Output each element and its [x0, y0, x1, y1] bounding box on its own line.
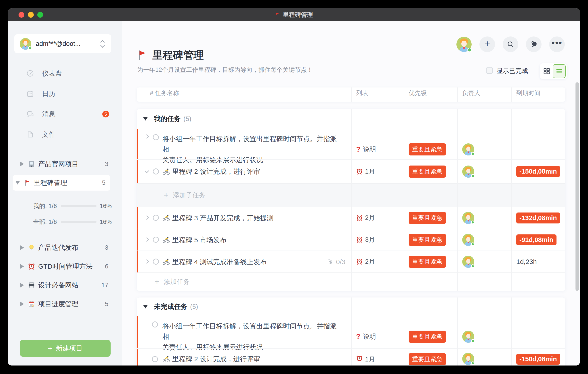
priority-badge[interactable]: 重要且紧急: [409, 330, 446, 343]
assignee-avatar[interactable]: [462, 165, 474, 178]
cyclist-emoji-icon: [162, 355, 170, 363]
chat-button[interactable]: [526, 36, 542, 52]
list-name: 3月: [365, 235, 375, 244]
member-avatar[interactable]: [456, 37, 472, 52]
group-header[interactable]: 未完成任务 (5): [137, 297, 565, 316]
more-button[interactable]: •••: [549, 36, 565, 52]
close-button[interactable]: [19, 12, 24, 18]
table-header: # 任务名称 列表 优先级 负责人 到期时间: [137, 88, 565, 102]
zoom-button[interactable]: [37, 12, 43, 18]
chevron-right-icon[interactable]: [145, 134, 149, 139]
chevron-down-icon[interactable]: [145, 169, 149, 173]
priority-badge[interactable]: 重要且紧急: [409, 212, 446, 224]
project-count: 5: [105, 300, 108, 308]
task-title: 里程碑 2 设计完成，进行评审: [172, 354, 260, 364]
task-checkbox[interactable]: [153, 259, 159, 265]
show-completed-label[interactable]: 显示已完成: [497, 67, 528, 75]
plus-icon: +: [155, 277, 159, 286]
priority-badge[interactable]: 重要且紧急: [409, 165, 446, 178]
sidebar: adm***@doot... 仪表盘: [8, 21, 122, 365]
task-checkbox[interactable]: [153, 168, 159, 175]
sidebar-item-dashboard[interactable]: 仪表盘: [26, 68, 116, 79]
task-checkbox[interactable]: [153, 215, 159, 221]
alarm-emoji-icon: [356, 355, 363, 362]
expand-down-icon[interactable]: [15, 181, 20, 185]
calendar-page-emoji-icon: [28, 300, 35, 308]
group-count: (5): [183, 115, 191, 122]
task-row[interactable]: 里程碑 3 产品开发完成，开始提测 2月 重要且紧急 -132d,08min: [137, 207, 565, 229]
task-row[interactable]: 里程碑 5 市场发布 3月 重要且紧急 -91d,08min: [137, 229, 565, 251]
assignee-avatar[interactable]: [462, 353, 474, 365]
alarm-emoji-icon: [28, 263, 35, 270]
board-view-button[interactable]: [541, 64, 553, 78]
task-title: 里程碑 3 产品开发完成，开始提测: [172, 213, 273, 223]
sidebar-project-gtd[interactable]: GTD时间管理方法 6: [20, 261, 111, 272]
priority-badge[interactable]: 重要且紧急: [409, 143, 446, 155]
minimize-button[interactable]: [28, 12, 34, 18]
task-row[interactable]: 里程碑 2 设计完成，进行评审 1月 重要且紧急 -150d,08min: [137, 159, 565, 183]
expand-right-icon[interactable]: [20, 283, 24, 287]
progress-label: 我的: 1/6: [33, 202, 59, 210]
add-task-row[interactable]: + 添加任务: [137, 273, 565, 291]
column-header-list[interactable]: 列表: [351, 89, 404, 97]
assignee-avatar[interactable]: [462, 143, 474, 155]
list-name: 2月: [365, 257, 375, 266]
alarm-emoji-icon: [356, 215, 363, 221]
user-avatar: [20, 38, 31, 50]
column-header-priority[interactable]: 优先级: [404, 89, 457, 97]
vertical-scrollbar[interactable]: [576, 82, 579, 291]
priority-badge[interactable]: 重要且紧急: [409, 256, 446, 268]
chevron-right-icon[interactable]: [145, 259, 149, 264]
due-time-badge: -91d,08min: [516, 234, 556, 245]
sidebar-project-progress-mgmt[interactable]: 项目进度管理 5: [20, 299, 111, 309]
priority-badge[interactable]: 重要且紧急: [409, 353, 446, 365]
assignee-avatar[interactable]: [462, 256, 474, 268]
expand-right-icon[interactable]: [20, 162, 24, 166]
sidebar-project-official-site[interactable]: 产品官网项目 3: [20, 159, 111, 169]
sidebar-item-messages[interactable]: 消息 5: [26, 109, 116, 120]
column-header-task[interactable]: # 任务名称: [137, 89, 351, 97]
collapse-icon[interactable]: [143, 117, 148, 121]
assignee-avatar[interactable]: [462, 330, 474, 343]
list-view-button-active[interactable]: [553, 64, 566, 78]
building-emoji-icon: [28, 160, 35, 167]
group-header[interactable]: 我的任务 (5): [137, 109, 565, 129]
task-checkbox[interactable]: [152, 321, 158, 328]
chevron-right-icon[interactable]: [145, 215, 149, 220]
add-member-button[interactable]: +: [479, 36, 495, 52]
task-row[interactable]: 将小组一年工作目标拆解，设置出里程碑时间节点。并指派相 关责任人。用标签来展示进…: [137, 129, 565, 159]
show-completed-checkbox[interactable]: [486, 67, 493, 74]
sidebar-item-files[interactable]: 文件: [26, 129, 116, 140]
task-row[interactable]: 将小组一年工作目标拆解，设置出里程碑时间节点。并指派相 关责任人。用标签来展示进…: [137, 316, 565, 348]
assignee-avatar[interactable]: [462, 212, 474, 224]
expand-right-icon[interactable]: [20, 264, 24, 269]
sidebar-project-design-sites[interactable]: 设计必备网站 17: [20, 280, 111, 291]
task-checkbox[interactable]: [152, 356, 158, 362]
subtask-count: 0/3: [336, 258, 345, 266]
titlebar-title-wrap: 里程碑管理: [275, 11, 313, 19]
search-button[interactable]: [503, 36, 518, 52]
group-title: 未完成任务: [154, 302, 188, 311]
task-checkbox[interactable]: [153, 237, 159, 243]
sidebar-project-milestones[interactable]: 里程碑管理 5: [15, 177, 108, 188]
progress-percent: 16%: [100, 219, 112, 225]
new-project-button[interactable]: + 新建项目: [20, 340, 111, 357]
collapse-icon[interactable]: [143, 305, 148, 308]
account-switcher[interactable]: adm***@doot...: [14, 34, 111, 53]
titlebar: 里程碑管理: [8, 8, 580, 21]
expand-right-icon[interactable]: [20, 302, 24, 306]
list-name: 2月: [365, 213, 375, 222]
sidebar-project-iteration[interactable]: 产品迭代发布 3: [20, 242, 111, 253]
task-checkbox[interactable]: [153, 134, 159, 140]
task-row[interactable]: 里程碑 4 测试完成准备线上发布 0/3 2月: [137, 251, 565, 273]
alarm-emoji-icon: [356, 236, 363, 243]
add-subtask-row[interactable]: + 添加子任务: [137, 183, 565, 207]
assignee-avatar[interactable]: [462, 234, 474, 246]
expand-right-icon[interactable]: [20, 245, 24, 250]
task-row[interactable]: 里程碑 2 设计完成，进行评审 1月 重要且紧急 -150d,08min: [137, 348, 565, 365]
chevron-right-icon[interactable]: [145, 237, 149, 242]
priority-badge[interactable]: 重要且紧急: [409, 234, 446, 246]
column-header-assignee[interactable]: 负责人: [457, 89, 511, 97]
sidebar-item-calendar[interactable]: 日历: [26, 88, 116, 99]
column-header-due[interactable]: 到期时间: [511, 89, 565, 97]
